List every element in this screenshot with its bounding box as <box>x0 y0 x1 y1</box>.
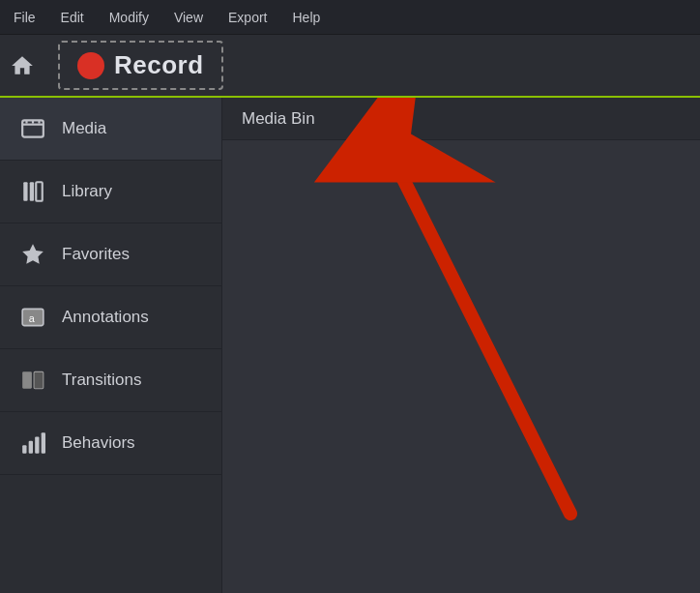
sidebar-label-annotations: Annotations <box>62 308 149 327</box>
svg-marker-8 <box>22 244 44 264</box>
sidebar-item-behaviors[interactable]: Behaviors <box>0 412 221 475</box>
sidebar-label-behaviors: Behaviors <box>62 433 135 453</box>
record-button[interactable]: Record <box>58 41 223 90</box>
menu-bar: File Edit Modify View Export Help <box>0 0 700 35</box>
menu-modify[interactable]: Modify <box>105 6 153 29</box>
menu-help[interactable]: Help <box>288 6 324 29</box>
sidebar-item-transitions[interactable]: Transitions <box>0 349 221 412</box>
home-button[interactable] <box>0 34 44 97</box>
menu-edit[interactable]: Edit <box>57 6 88 29</box>
svg-rect-3 <box>32 120 34 123</box>
annotation-arrow <box>222 98 700 593</box>
toolbar: Record <box>0 35 700 98</box>
svg-rect-7 <box>36 182 43 201</box>
media-icon <box>19 115 46 142</box>
sidebar-label-favorites: Favorites <box>62 245 130 264</box>
transitions-icon <box>19 367 46 394</box>
menu-export[interactable]: Export <box>224 6 271 29</box>
content-header: Media Bin <box>222 98 700 140</box>
home-icon <box>10 53 35 78</box>
main-layout: Media Library Favorites <box>0 98 700 593</box>
behaviors-icon <box>19 430 46 457</box>
menu-file[interactable]: File <box>10 6 40 29</box>
sidebar-item-library[interactable]: Library <box>0 161 221 223</box>
library-icon <box>19 178 46 205</box>
sidebar-item-media[interactable]: Media <box>0 98 221 161</box>
sidebar-label-media: Media <box>62 119 106 138</box>
annotations-icon: a <box>19 304 46 331</box>
record-label: Record <box>114 50 204 80</box>
content-area: Media Bin <box>222 98 700 593</box>
svg-rect-11 <box>22 371 32 388</box>
sidebar-label-library: Library <box>62 182 112 201</box>
svg-rect-15 <box>35 437 39 454</box>
sidebar-item-annotations[interactable]: a Annotations <box>0 286 221 349</box>
svg-rect-16 <box>42 432 45 454</box>
sidebar-label-transitions: Transitions <box>62 371 142 390</box>
svg-line-18 <box>387 146 570 514</box>
record-circle-icon <box>77 52 104 79</box>
content-title: Media Bin <box>242 109 315 129</box>
svg-text:a: a <box>29 312 36 324</box>
svg-rect-6 <box>30 182 34 201</box>
svg-rect-5 <box>23 182 27 201</box>
menu-view[interactable]: View <box>170 6 207 29</box>
svg-rect-12 <box>34 371 44 388</box>
svg-rect-13 <box>22 445 26 454</box>
svg-rect-4 <box>38 120 40 123</box>
svg-rect-14 <box>29 441 33 454</box>
sidebar-item-favorites[interactable]: Favorites <box>0 223 221 286</box>
svg-rect-2 <box>25 120 27 123</box>
svg-rect-1 <box>22 124 44 126</box>
sidebar: Media Library Favorites <box>0 98 222 593</box>
favorites-icon <box>19 241 46 268</box>
